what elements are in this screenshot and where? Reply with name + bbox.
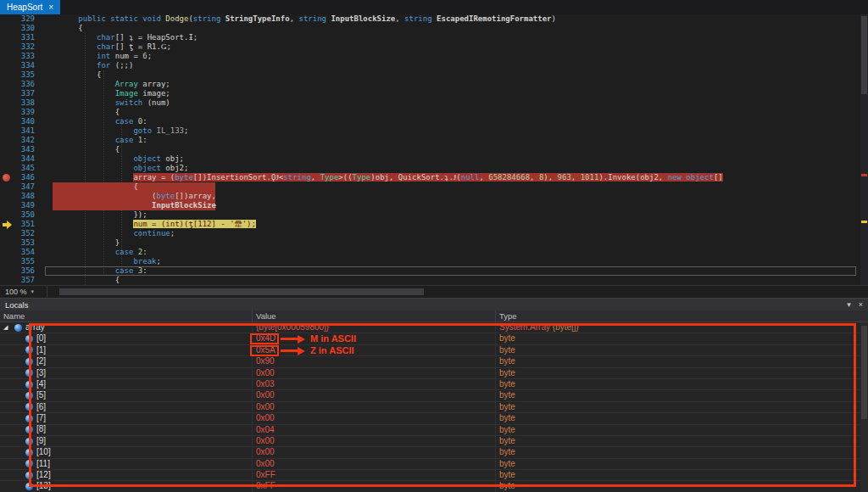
variable-value[interactable]: 0x04: [253, 425, 496, 435]
line-number[interactable]: 347: [13, 182, 42, 192]
tab-close-icon[interactable]: ×: [48, 3, 53, 12]
code-line[interactable]: 331 char[] ʇ = HeapSort.Ɨ;: [0, 33, 868, 42]
line-number[interactable]: 354: [13, 248, 42, 257]
line-number[interactable]: 352: [13, 229, 42, 238]
locals-row[interactable]: ◢array{byte[0x00059800]}System.Array {by…: [0, 322, 868, 333]
breakpoint-icon[interactable]: [3, 174, 10, 182]
line-number[interactable]: 344: [13, 154, 42, 164]
zoom-control[interactable]: 100 % ▾: [0, 286, 47, 297]
line-number[interactable]: 345: [13, 164, 42, 173]
locals-row[interactable]: [8]0x04byte: [0, 425, 868, 436]
line-number[interactable]: 335: [13, 70, 42, 80]
line-number[interactable]: 355: [13, 257, 42, 266]
code-line[interactable]: 352 continue;: [0, 229, 868, 238]
locals-row[interactable]: [3]0x00byte: [0, 368, 868, 379]
line-number[interactable]: 353: [13, 238, 42, 248]
scrollbar-thumb[interactable]: [861, 326, 867, 419]
code-line[interactable]: 354 case 2:: [0, 248, 868, 257]
column-header-name[interactable]: Name: [0, 310, 253, 321]
line-number[interactable]: 336: [13, 80, 42, 89]
line-number[interactable]: 348: [13, 192, 42, 201]
locals-row[interactable]: [10]0x00byte: [0, 447, 868, 458]
line-number[interactable]: 339: [13, 108, 42, 117]
code-line[interactable]: 342 case 1:: [0, 136, 868, 145]
code-line[interactable]: 357 {: [0, 276, 868, 285]
line-number[interactable]: 351: [13, 220, 42, 229]
variable-value[interactable]: 0xFF: [253, 481, 496, 491]
code-line[interactable]: 332 char[] ƫ = R1.Ǥ;: [0, 42, 868, 52]
locals-row[interactable]: [5]0x00byte: [0, 390, 868, 401]
line-number[interactable]: 338: [13, 98, 42, 108]
variable-value[interactable]: 0x00: [253, 413, 496, 423]
locals-row[interactable]: [11]0x00byte: [0, 459, 868, 470]
code-line[interactable]: 337 Image image;: [0, 89, 868, 98]
column-header-value[interactable]: Value: [253, 310, 496, 321]
locals-vertical-scrollbar[interactable]: [860, 322, 868, 492]
code-line[interactable]: 345 object obj2;: [0, 164, 868, 173]
locals-row[interactable]: [12]0xFFbyte: [0, 470, 868, 481]
editor-vertical-scrollbar[interactable]: [860, 14, 868, 285]
line-number[interactable]: 343: [13, 145, 42, 154]
window-position-icon[interactable]: ▾: [847, 300, 851, 309]
scrollbar-thumb[interactable]: [59, 288, 424, 295]
line-number[interactable]: 334: [13, 61, 42, 70]
variable-value[interactable]: 0xFF: [253, 470, 496, 480]
locals-row[interactable]: [0]0x4Dbyte: [0, 333, 868, 344]
line-number[interactable]: 346: [13, 173, 42, 182]
code-line[interactable]: 348 (byte[])array,: [0, 192, 868, 201]
code-line[interactable]: 343 {: [0, 145, 868, 154]
expander-icon[interactable]: ◢: [3, 322, 11, 333]
line-number[interactable]: 341: [13, 126, 42, 136]
close-icon[interactable]: ×: [859, 300, 863, 309]
locals-row[interactable]: [6]0x00byte: [0, 402, 868, 413]
line-number[interactable]: 330: [13, 24, 42, 33]
code-line[interactable]: 349 InputBlockSize: [0, 201, 868, 210]
code-line[interactable]: 329 public static void Dodge(string Stri…: [0, 14, 868, 24]
variable-value[interactable]: 0x00: [253, 459, 496, 469]
code-line[interactable]: 338 switch (num): [0, 98, 868, 108]
locals-row[interactable]: [1]0x5Abyte: [0, 345, 868, 356]
column-header-type[interactable]: Type: [496, 310, 868, 321]
code-line[interactable]: 333 int num = 6;: [0, 52, 868, 61]
variable-value[interactable]: 0x00: [253, 390, 496, 400]
code-line[interactable]: 356 case 3:: [0, 266, 868, 276]
code-line[interactable]: 334 for (;;): [0, 61, 868, 70]
code-line[interactable]: 353 }: [0, 238, 868, 248]
variable-value[interactable]: 0x00: [253, 402, 496, 412]
variable-value[interactable]: 0x00: [253, 436, 496, 446]
code-line[interactable]: 340 case 0:: [0, 117, 868, 126]
code-line[interactable]: 350 });: [0, 210, 868, 220]
code-line[interactable]: 355 break;: [0, 257, 868, 266]
line-number[interactable]: 331: [13, 33, 42, 42]
code-line[interactable]: 341 goto IL_133;: [0, 126, 868, 136]
code-line[interactable]: 351 num = (int)(ƫ[112] - '㽮');: [0, 220, 868, 229]
tab-heapsort[interactable]: HeapSort ×: [0, 0, 60, 14]
line-number[interactable]: 349: [13, 201, 42, 210]
variable-value[interactable]: 0x00: [253, 447, 496, 457]
locals-row[interactable]: [2]0x90byte: [0, 356, 868, 367]
code-line[interactable]: 335 {: [0, 70, 868, 80]
variable-value[interactable]: {byte[0x00059800]}: [253, 322, 496, 333]
variable-value[interactable]: 0x03: [253, 379, 496, 389]
code-line[interactable]: 347 {: [0, 182, 868, 192]
code-line[interactable]: 339 {: [0, 108, 868, 117]
line-number[interactable]: 337: [13, 89, 42, 98]
locals-row[interactable]: [7]0x00byte: [0, 413, 868, 424]
line-number[interactable]: 333: [13, 52, 42, 61]
line-number[interactable]: 342: [13, 136, 42, 145]
line-number[interactable]: 356: [13, 266, 42, 276]
editor-horizontal-scrollbar[interactable]: [47, 286, 868, 297]
variable-value[interactable]: 0x90: [253, 356, 496, 366]
scrollbar-thumb[interactable]: [861, 16, 867, 94]
locals-row[interactable]: [9]0x00byte: [0, 436, 868, 447]
code-line[interactable]: 336 Array array;: [0, 80, 868, 89]
code-line[interactable]: 330 {: [0, 24, 868, 33]
locals-row[interactable]: [13]0xFFbyte: [0, 481, 868, 492]
line-number[interactable]: 332: [13, 42, 42, 52]
code-line[interactable]: 344 object obj;: [0, 154, 868, 164]
locals-row[interactable]: [4]0x03byte: [0, 379, 868, 390]
line-number[interactable]: 357: [13, 276, 42, 285]
variable-value[interactable]: 0x00: [253, 368, 496, 378]
line-number[interactable]: 340: [13, 117, 42, 126]
line-number[interactable]: 350: [13, 210, 42, 220]
